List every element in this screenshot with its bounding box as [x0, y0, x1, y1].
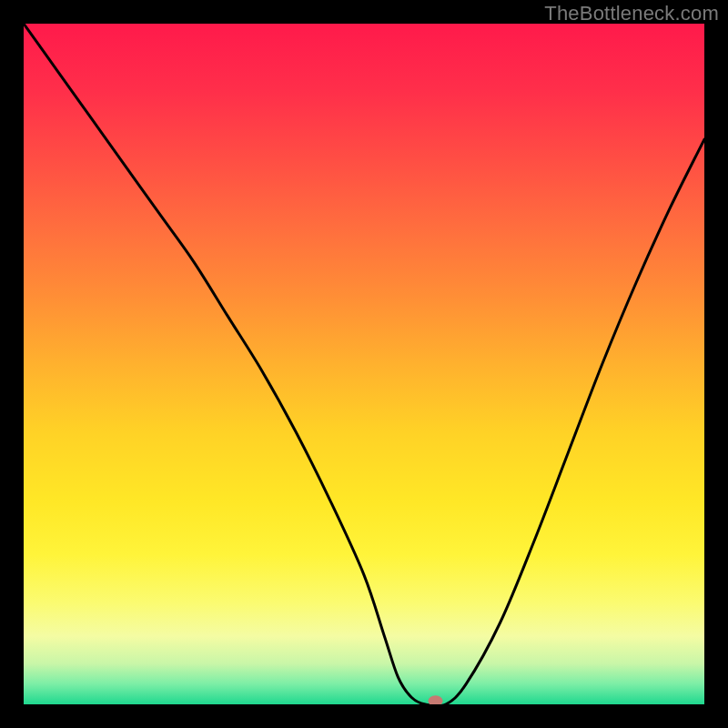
chart-svg	[24, 24, 704, 704]
chart-frame: TheBottleneck.com	[0, 0, 728, 728]
watermark-text: TheBottleneck.com	[544, 2, 719, 25]
plot-area	[24, 24, 704, 704]
